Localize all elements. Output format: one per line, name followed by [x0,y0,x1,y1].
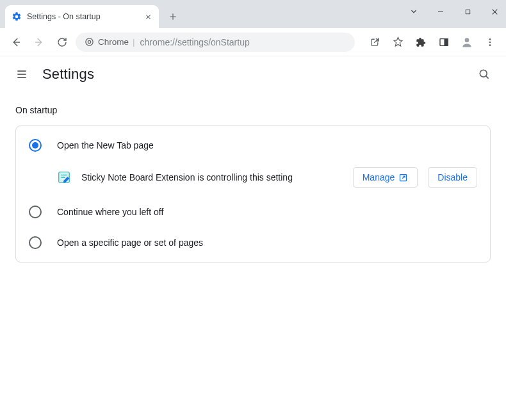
svg-point-2 [88,40,90,43]
search-icon [478,68,491,81]
browser-tab[interactable]: Settings - On startup [5,5,159,28]
new-tab-button[interactable] [164,8,182,26]
omnibox-divider: | [133,37,135,47]
svg-point-1 [86,38,93,45]
forward-button[interactable] [29,33,49,52]
manage-button[interactable]: Manage [353,167,418,188]
close-tab-icon[interactable] [143,12,152,21]
extensions-icon[interactable] [411,33,430,52]
back-button[interactable] [6,33,26,52]
menu-toggle[interactable] [13,65,31,83]
profile-avatar[interactable] [457,33,477,52]
bookmark-icon[interactable] [388,33,407,52]
side-panel-icon[interactable] [434,33,453,52]
url-text: chrome://settings/onStartup [140,37,250,47]
section-heading: On startup [15,105,491,115]
option-label: Open a specific page or set of pages [57,238,203,248]
startup-card: Open the New Tab page Sticky Note Board … [15,125,491,262]
settings-content: On startup Open the New Tab page Sticky … [0,92,506,262]
manage-label: Manage [363,172,395,182]
external-link-icon [398,173,408,182]
toolbar: Chrome | chrome://settings/onStartup [0,28,506,56]
svg-point-7 [489,41,491,43]
reload-button[interactable] [53,33,72,52]
option-continue[interactable]: Continue where you left off [16,197,490,227]
radio-selected[interactable] [29,139,42,152]
chevron-down-icon[interactable] [406,4,421,19]
svg-point-9 [480,70,487,77]
radio-unselected[interactable] [29,206,42,218]
disable-button[interactable]: Disable [428,167,477,188]
option-new-tab[interactable]: Open the New Tab page [16,130,490,161]
site-info[interactable]: Chrome | [85,37,135,47]
extension-notice-row: Sticky Note Board Extension is controlli… [16,161,490,197]
window-titlebar: Settings - On startup [0,0,506,28]
option-label: Continue where you left off [57,207,163,217]
minimize-button[interactable] [433,4,448,19]
svg-point-5 [465,38,469,42]
svg-rect-4 [445,38,448,45]
address-bar[interactable]: Chrome | chrome://settings/onStartup [76,33,355,52]
extension-notice-text: Sticky Note Board Extension is controlli… [81,172,343,182]
toolbar-right [365,33,500,52]
svg-point-8 [489,44,491,46]
page-title: Settings [42,66,94,83]
site-security-label: Chrome [98,37,129,47]
note-icon [57,170,71,184]
disable-label: Disable [437,172,468,182]
svg-rect-0 [466,10,469,13]
close-window-button[interactable] [487,4,502,19]
maximize-button[interactable] [460,4,475,19]
share-icon[interactable] [365,33,384,52]
search-button[interactable] [475,65,493,83]
window-controls [406,4,502,19]
svg-point-6 [489,38,491,40]
chrome-logo-icon [85,37,94,47]
option-label: Open the New Tab page [57,140,154,150]
tab-title: Settings - On startup [27,12,138,21]
gear-icon [12,12,22,22]
radio-unselected[interactable] [29,236,42,249]
option-specific[interactable]: Open a specific page or set of pages [16,227,490,258]
menu-icon[interactable] [480,33,500,52]
page-header: Settings [0,56,506,92]
